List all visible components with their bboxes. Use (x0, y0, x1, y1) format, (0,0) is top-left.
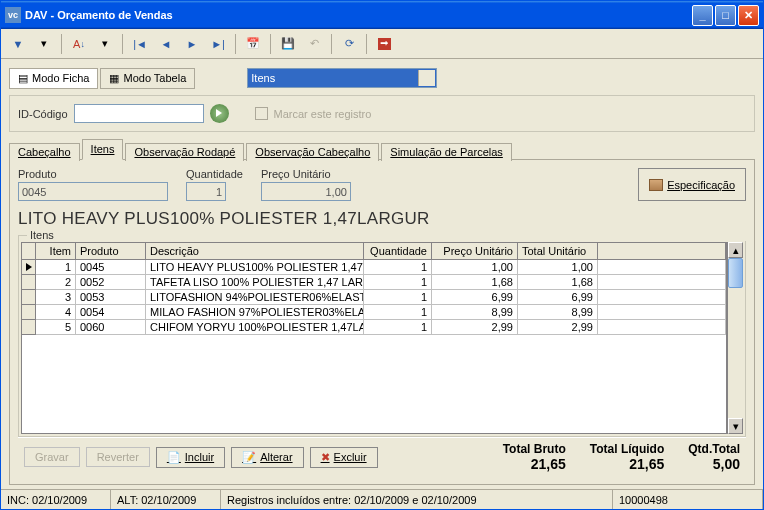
table-row[interactable]: 10045LITO HEAVY PLUS100% POLIESTER 1,47L… (22, 260, 726, 275)
cell-blank (598, 260, 726, 275)
status-reg: Registros incluídos entre: 02/10/2009 e … (221, 490, 613, 509)
qtd-total-label: Qtd.Total (688, 442, 740, 456)
minimize-button[interactable]: _ (692, 5, 713, 26)
filter-icon[interactable]: ▼ (7, 33, 29, 55)
produto-field (18, 182, 168, 201)
row-indicator (22, 290, 36, 305)
scroll-up-icon[interactable]: ▴ (728, 242, 743, 258)
row-indicator (22, 275, 36, 290)
alterar-button[interactable]: 📝Alterar (231, 447, 303, 468)
sort-icon[interactable]: A↓ (68, 33, 90, 55)
marcar-checkbox (255, 107, 268, 120)
cell-qtd: 1 (364, 305, 432, 320)
go-button[interactable] (210, 104, 229, 123)
plus-icon: 📄 (167, 451, 181, 464)
col-produto[interactable]: Produto (76, 243, 146, 260)
cell-total: 8,99 (518, 305, 598, 320)
sort-dropdown-icon[interactable]: ▾ (94, 33, 116, 55)
cell-descricao: TAFETA LISO 100% POLIESTER 1,47 LARG (146, 275, 364, 290)
cell-blank (598, 320, 726, 335)
cell-item: 2 (36, 275, 76, 290)
items-grid: Item Produto Descrição Quantidade Preço … (21, 242, 727, 434)
scroll-down-icon[interactable]: ▾ (728, 418, 743, 434)
section-dropdown[interactable]: Itens (247, 68, 437, 88)
scroll-thumb[interactable] (728, 258, 743, 288)
app-icon: vc (5, 7, 21, 23)
col-descricao[interactable]: Descrição (146, 243, 364, 260)
id-codigo-input[interactable] (74, 104, 204, 123)
total-liquido-label: Total Líquido (590, 442, 664, 456)
cell-total: 1,00 (518, 260, 598, 275)
undo-icon[interactable]: ↶ (303, 33, 325, 55)
excluir-button[interactable]: ✖Excluir (310, 447, 378, 468)
tab-parcelas[interactable]: Simulação de Parcelas (381, 143, 512, 161)
table-row[interactable]: 50060CHIFOM YORYU 100%POLIESTER 1,47LAR1… (22, 320, 726, 335)
grid-legend: Itens (27, 229, 749, 241)
cell-blank (598, 290, 726, 305)
tab-obs-cabecalho[interactable]: Observação Cabeçalho (246, 143, 379, 161)
total-bruto-value: 21,65 (503, 456, 566, 472)
nav-first-icon[interactable]: |◄ (129, 33, 151, 55)
cell-preco: 1,00 (432, 260, 518, 275)
cell-qtd: 1 (364, 275, 432, 290)
calendar-icon[interactable]: 📅 (242, 33, 264, 55)
cell-produto: 0053 (76, 290, 146, 305)
cell-item: 3 (36, 290, 76, 305)
especificacao-button[interactable]: Especificação (638, 168, 746, 201)
col-item[interactable]: Item (36, 243, 76, 260)
mode-tabela-tab[interactable]: ▦ Modo Tabela (100, 68, 195, 89)
tab-rodape[interactable]: Observação Rodapé (125, 143, 244, 161)
form-icon: ▤ (18, 72, 28, 85)
filter-dropdown-icon[interactable]: ▾ (33, 33, 55, 55)
col-blank (598, 243, 726, 260)
col-quantidade[interactable]: Quantidade (364, 243, 432, 260)
main-window: vc DAV - Orçamento de Vendas _ □ ✕ ▼ ▾ A… (0, 0, 764, 510)
quantidade-label: Quantidade (186, 168, 243, 180)
refresh-icon[interactable]: ⟳ (338, 33, 360, 55)
mode-tabela-label: Modo Tabela (123, 72, 186, 84)
row-indicator (22, 320, 36, 335)
gravar-button: Gravar (24, 447, 80, 467)
maximize-button[interactable]: □ (715, 5, 736, 26)
mode-ficha-tab[interactable]: ▤ Modo Ficha (9, 68, 98, 89)
tab-itens[interactable]: Itens (82, 139, 124, 160)
cell-descricao: LITOFASHION 94%POLIESTER06%ELASTA (146, 290, 364, 305)
window-title: DAV - Orçamento de Vendas (25, 9, 692, 21)
book-icon (649, 179, 663, 191)
nav-prev-icon[interactable]: ◄ (155, 33, 177, 55)
close-button[interactable]: ✕ (738, 5, 759, 26)
table-row[interactable]: 30053LITOFASHION 94%POLIESTER06%ELASTA16… (22, 290, 726, 305)
cell-produto: 0054 (76, 305, 146, 320)
cell-preco: 1,68 (432, 275, 518, 290)
nav-last-icon[interactable]: ►| (207, 33, 229, 55)
row-indicator (22, 305, 36, 320)
mode-ficha-label: Modo Ficha (32, 72, 89, 84)
dropdown-selected: Itens (251, 72, 275, 84)
edit-icon: 📝 (242, 451, 256, 464)
table-row[interactable]: 40054MILAO FASHION 97%POLIESTER03%ELAST1… (22, 305, 726, 320)
marcar-label: Marcar este registro (274, 108, 372, 120)
cell-total: 6,99 (518, 290, 598, 305)
incluir-button[interactable]: 📄Incluir (156, 447, 225, 468)
col-total[interactable]: Total Unitário (518, 243, 598, 260)
save-icon[interactable]: 💾 (277, 33, 299, 55)
tab-cabecalho[interactable]: Cabeçalho (9, 143, 80, 161)
nav-next-icon[interactable]: ► (181, 33, 203, 55)
row-indicator-header (22, 243, 36, 260)
row-indicator (22, 260, 36, 275)
cell-produto: 0052 (76, 275, 146, 290)
preco-label: Preço Unitário (261, 168, 351, 180)
col-preco[interactable]: Preço Unitário (432, 243, 518, 260)
cell-item: 1 (36, 260, 76, 275)
grid-scrollbar[interactable]: ▴ ▾ (727, 242, 743, 434)
exit-icon[interactable]: ⮕ (373, 33, 395, 55)
cell-preco: 2,99 (432, 320, 518, 335)
table-row[interactable]: 20052TAFETA LISO 100% POLIESTER 1,47 LAR… (22, 275, 726, 290)
cell-qtd: 1 (364, 260, 432, 275)
total-bruto-label: Total Bruto (503, 442, 566, 456)
cell-descricao: LITO HEAVY PLUS100% POLIESTER 1,47LA (146, 260, 364, 275)
cell-produto: 0045 (76, 260, 146, 275)
statusbar: INC: 02/10/2009 ALT: 02/10/2009 Registro… (1, 489, 763, 509)
delete-icon: ✖ (321, 451, 330, 464)
cell-item: 4 (36, 305, 76, 320)
